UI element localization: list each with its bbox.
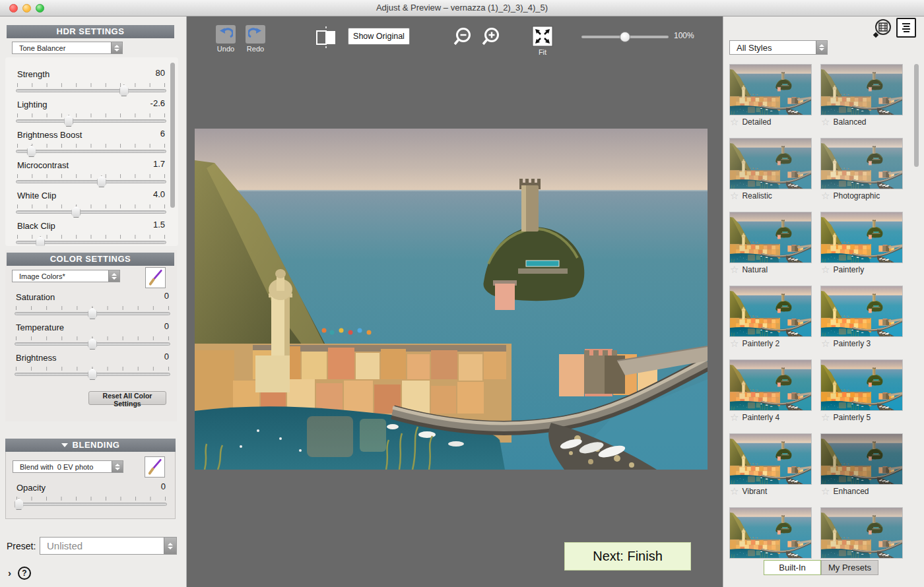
split-preview-toggle[interactable] (315, 26, 337, 49)
preset-dropdown[interactable]: Unlisted (40, 537, 177, 555)
style-item[interactable]: ☆ Realistic (729, 138, 812, 202)
list-view-button[interactable] (896, 18, 916, 38)
favorite-star-icon[interactable]: ☆ (821, 191, 830, 201)
reset-color-settings-button[interactable]: Reset All Color Settings (88, 391, 166, 405)
favorite-star-icon[interactable]: ☆ (730, 413, 739, 422)
loupe-preview-button[interactable] (872, 18, 893, 39)
style-label: Painterly 2 (742, 339, 779, 348)
style-thumbnail[interactable] (729, 138, 812, 189)
style-thumbnail[interactable] (729, 286, 812, 337)
style-item[interactable]: ☆ Balanced (820, 64, 903, 128)
slider-row: Brightness Boost 6 (16, 130, 166, 159)
slider-track[interactable] (15, 342, 170, 346)
next-finish-button[interactable]: Next: Finish (564, 542, 691, 571)
favorite-star-icon[interactable]: ☆ (730, 339, 739, 348)
slider-row: Brightness 0 (15, 353, 170, 382)
fit-button[interactable] (532, 26, 553, 47)
style-item[interactable]: ☆ Painterly 5 (820, 359, 903, 423)
style-thumbnail[interactable] (820, 286, 903, 337)
blend-with-value: Blend with 0 EV photo (20, 463, 93, 471)
style-item[interactable]: ☆ Painterly (820, 212, 903, 276)
show-original-button[interactable]: Show Original (348, 28, 410, 45)
hdr-scrollbar[interactable] (170, 63, 175, 208)
style-label: Vibrant (742, 487, 767, 496)
zoom-in-button[interactable] (480, 26, 502, 50)
favorite-star-icon[interactable]: ☆ (821, 339, 830, 348)
style-item[interactable]: ☆ (820, 507, 903, 559)
style-thumbnail[interactable] (820, 433, 903, 485)
titlebar: Adjust & Preview – vernazza (1)_2)_3)_4)… (0, 0, 924, 16)
color-target-dropdown[interactable]: Image Colors* (12, 270, 120, 282)
styles-filter-value: All Styles (737, 43, 772, 53)
slider-track[interactable] (16, 241, 166, 244)
preview-image (195, 129, 708, 470)
slider-track[interactable] (15, 373, 170, 376)
help-icon[interactable]: ? (18, 567, 31, 580)
slider-value: 0 (164, 352, 169, 361)
style-item[interactable]: ☆ Photographic (820, 138, 903, 202)
style-thumbnail[interactable] (729, 212, 812, 263)
fit-arrows-icon (532, 26, 553, 47)
favorite-star-icon[interactable]: ☆ (821, 487, 830, 496)
style-item[interactable]: ☆ Detailed (729, 64, 812, 128)
favorite-star-icon[interactable]: ☆ (730, 191, 739, 201)
tab-built-in[interactable]: Built-In (764, 560, 821, 575)
slider-track[interactable] (16, 210, 166, 214)
preview-canvas: Undo Redo Show Original (187, 16, 723, 587)
sidebar-collapse-chevron[interactable]: › (8, 567, 11, 578)
style-thumbnail[interactable] (820, 138, 903, 189)
blend-with-dropdown[interactable]: Blend with 0 EV photo (13, 460, 123, 473)
redo-arrow-icon (248, 27, 263, 42)
style-thumbnail[interactable] (820, 359, 903, 411)
styles-scrollbar[interactable] (914, 64, 919, 167)
style-thumbnail[interactable] (820, 212, 903, 263)
redo-button[interactable] (246, 25, 265, 44)
zoom-out-button[interactable] (452, 26, 473, 50)
slider-value: 4.0 (153, 189, 165, 199)
favorite-star-icon[interactable]: ☆ (821, 117, 830, 127)
style-item[interactable]: ☆ (729, 507, 812, 559)
style-item[interactable]: ☆ Natural (729, 212, 812, 276)
style-caption: ☆ Photographic (821, 191, 903, 201)
style-thumbnail[interactable] (729, 359, 812, 411)
style-item[interactable]: ☆ Painterly 4 (729, 359, 812, 423)
style-label: Detailed (742, 117, 771, 127)
slider-track[interactable] (16, 180, 166, 183)
style-caption: ☆ Enhanced (821, 487, 903, 496)
style-item[interactable]: ☆ Painterly 3 (820, 286, 903, 350)
zoom-slider[interactable] (581, 36, 669, 38)
favorite-star-icon[interactable]: ☆ (730, 487, 739, 496)
blending-section: BLENDING Blend with 0 EV photo Opacity 0 (5, 439, 176, 519)
blend-brush-button[interactable] (145, 456, 165, 478)
style-item[interactable]: ☆ Painterly 2 (729, 286, 812, 350)
tab-my-presets[interactable]: My Presets (821, 560, 878, 575)
slider-track[interactable] (16, 119, 166, 123)
undo-button[interactable] (216, 25, 236, 44)
styles-filter-dropdown[interactable]: All Styles (729, 40, 828, 55)
style-thumbnail[interactable] (729, 64, 812, 115)
slider-track[interactable] (15, 503, 167, 506)
style-label: Painterly 5 (833, 413, 871, 422)
slider-track[interactable] (16, 150, 166, 153)
hdr-method-value: Tone Balancer (19, 44, 65, 52)
slider-row: Temperature 0 (15, 323, 170, 352)
zoom-slider-thumb[interactable] (620, 32, 630, 42)
brush-icon (145, 457, 164, 477)
favorite-star-icon[interactable]: ☆ (821, 265, 830, 274)
favorite-star-icon[interactable]: ☆ (730, 265, 739, 274)
blending-header[interactable]: BLENDING (5, 439, 176, 452)
style-item[interactable]: ☆ Enhanced (820, 433, 903, 497)
favorite-star-icon[interactable]: ☆ (730, 117, 739, 127)
style-item[interactable]: ☆ Vibrant (729, 433, 812, 497)
style-thumbnail[interactable] (820, 507, 903, 559)
slider-track[interactable] (16, 89, 166, 92)
style-label: Painterly 4 (742, 413, 779, 422)
style-thumbnail[interactable] (820, 64, 903, 115)
style-thumbnail[interactable] (729, 507, 812, 559)
slider-track[interactable] (15, 312, 170, 315)
style-thumbnail[interactable] (729, 433, 812, 485)
hdr-method-dropdown[interactable]: Tone Balancer (12, 42, 123, 54)
color-brush-button[interactable] (145, 267, 166, 288)
favorite-star-icon[interactable]: ☆ (821, 413, 830, 422)
redo-tool: Redo (240, 25, 271, 53)
